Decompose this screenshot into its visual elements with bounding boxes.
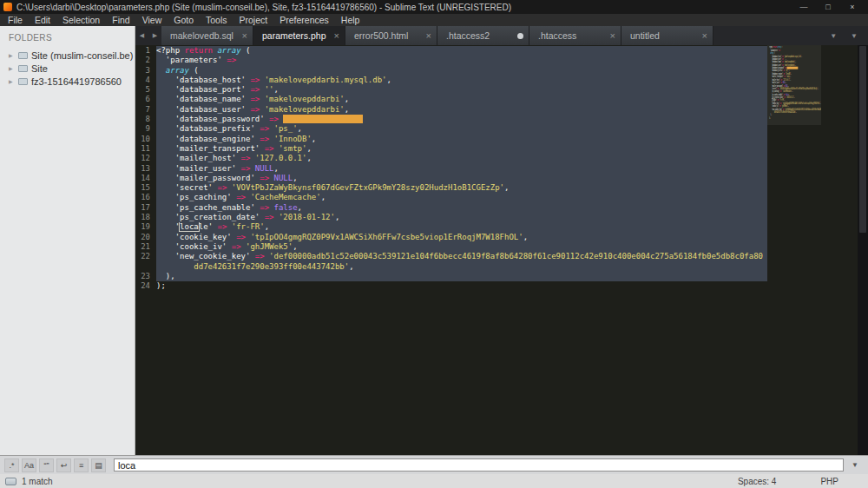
tab-.htaccess[interactable]: .htaccess× <box>529 26 621 45</box>
tab-overflow-icon[interactable]: ▼ <box>830 32 837 40</box>
code-line[interactable]: 5 'database_port' => '', <box>135 85 767 95</box>
line-number: 6 <box>135 95 156 104</box>
line-text: ); <box>156 281 767 291</box>
line-text: 'parameters' => <box>156 56 767 65</box>
chevron-right-icon[interactable]: ▶ <box>9 78 15 84</box>
tab-scroll-right-icon[interactable]: ▶ <box>148 26 161 45</box>
highlight-matches-toggle[interactable]: ▤ <box>91 458 106 472</box>
code-line[interactable]: 9 'database_prefix' => 'ps_', <box>135 124 767 134</box>
code-line[interactable]: 18 'ps_creation_date' => '2018-01-12', <box>135 213 767 222</box>
line-number: 17 <box>135 203 156 213</box>
code-line[interactable]: 10 'database_engine' => 'InnoDB', <box>135 135 767 144</box>
line-text: 'database_user' => 'makelovepddarbi', <box>156 105 767 115</box>
code-line[interactable]: 4 'database_host' => 'makelovepddarbi.my… <box>135 76 767 85</box>
line-text: dd7e42631f7e290e393ff00e443742bb', <box>156 262 767 272</box>
line-number: 1 <box>135 46 156 56</box>
menu-item-help[interactable]: Help <box>335 14 366 26</box>
tab-close-icon[interactable]: × <box>610 31 615 40</box>
menu-item-project[interactable]: Project <box>233 14 274 26</box>
code-line[interactable]: 1<?php return array ( <box>135 46 767 56</box>
code-line[interactable]: 12 'mailer_host' => '127.0.0.1', <box>135 154 767 163</box>
minimap[interactable]: <?php return array ( 'parameters' => arr… <box>767 45 821 455</box>
code-line[interactable]: 13 'mailer_user' => NULL, <box>135 164 767 174</box>
line-number: 8 <box>135 115 156 124</box>
line-text: 'secret' => 'VOVtPbJZaWyBkynsf067dGevFZt… <box>156 183 767 193</box>
minimize-button[interactable]: — <box>792 0 816 14</box>
code-line[interactable]: 14 'mailer_password' => NULL, <box>135 174 767 183</box>
line-number: 9 <box>135 124 156 134</box>
line-text: 'ps_caching' => 'CacheMemcache', <box>156 193 767 202</box>
regex-toggle[interactable]: .* <box>4 458 19 472</box>
whole-word-toggle[interactable]: “” <box>39 458 54 472</box>
line-text: 'mailer_transport' => 'smtp', <box>156 144 767 154</box>
tab-label: untitled <box>630 30 699 41</box>
code-line[interactable]: dd7e42631f7e290e393ff00e443742bb', <box>135 262 767 272</box>
case-sensitive-toggle[interactable]: Aa <box>22 458 36 472</box>
code-line[interactable]: 24); <box>135 281 767 291</box>
sidebar-folder-item[interactable]: ▶Site (muslim-conseil.be) <box>0 49 135 62</box>
menu-item-edit[interactable]: Edit <box>29 14 56 26</box>
tab-close-icon[interactable]: × <box>242 31 247 40</box>
code-line[interactable]: 16 'ps_caching' => 'CacheMemcache', <box>135 193 767 202</box>
menu-item-preferences[interactable]: Preferences <box>273 14 335 26</box>
line-text: array ( <box>156 66 767 76</box>
code-line[interactable]: 6 'database_name' => 'makelovepddarbi', <box>135 95 767 104</box>
code-line[interactable]: 21 'cookie_iv' => 'ghJMWek5', <box>135 242 767 252</box>
chevron-right-icon[interactable]: ▶ <box>9 65 15 71</box>
tab-scroll-left-icon[interactable]: ◀ <box>135 26 148 45</box>
minimap-line: ); <box>769 116 776 119</box>
sidebar-folder-item[interactable]: ▶Site <box>0 62 135 75</box>
wrap-toggle[interactable]: ↩ <box>56 458 71 472</box>
line-number: 12 <box>135 154 156 163</box>
tab-parameters.php[interactable]: parameters.php× <box>253 26 345 45</box>
menu-item-tools[interactable]: Tools <box>200 14 233 26</box>
menu-item-file[interactable]: File <box>2 14 29 26</box>
find-input[interactable] <box>114 458 844 472</box>
chevron-right-icon[interactable]: ▶ <box>9 52 15 58</box>
code-line[interactable]: 20 'cookie_key' => 'tpIpOO4gmgRQZ0P9Vx1A… <box>135 233 767 242</box>
tab-close-icon[interactable]: × <box>702 31 707 40</box>
code-lines[interactable]: 1<?php return array (2 'parameters' => 3… <box>135 45 767 455</box>
tab-menu-icon[interactable]: ▼ <box>851 32 858 40</box>
code-line[interactable]: 15 'secret' => 'VOVtPbJZaWyBkynsf067dGev… <box>135 183 767 193</box>
tab-strip: makelovedb.sql×parameters.php×error500.h… <box>161 26 713 45</box>
tab-makelovedb.sql[interactable]: makelovedb.sql× <box>161 26 253 45</box>
match-count: 1 match <box>22 477 733 486</box>
code-line[interactable]: 22 'new_cookie_key' => 'def00000adb51c52… <box>135 252 767 261</box>
tab-error500.html[interactable]: error500.html× <box>345 26 437 45</box>
code-line[interactable]: 2 'parameters' => <box>135 56 767 65</box>
indentation-status[interactable]: Spaces: 4 <box>738 477 776 486</box>
menu-item-goto[interactable]: Goto <box>168 14 200 26</box>
code-line[interactable]: 11 'mailer_transport' => 'smtp', <box>135 144 767 154</box>
code-line[interactable]: 17 'ps_cache_enable' => false, <box>135 203 767 213</box>
close-button[interactable]: × <box>840 0 865 14</box>
tab-.htaccess2[interactable]: .htaccess2 <box>437 26 529 45</box>
menu-item-selection[interactable]: Selection <box>56 14 106 26</box>
code-line[interactable]: 3 array ( <box>135 66 767 76</box>
syntax-status[interactable]: PHP <box>820 477 838 486</box>
in-selection-toggle[interactable]: ≡ <box>74 458 89 472</box>
window-controls: —□× <box>792 0 865 14</box>
line-number: 14 <box>135 174 156 183</box>
tab-untitled[interactable]: untitled× <box>621 26 713 45</box>
code-line[interactable]: 7 'database_user' => 'makelovepddarbi', <box>135 105 767 115</box>
tab-close-icon[interactable]: × <box>334 31 339 40</box>
sidebar-folder-item[interactable]: ▶fz3-15164419786560 <box>0 75 135 88</box>
folder-icon <box>18 52 28 59</box>
tab-close-icon[interactable]: × <box>426 31 431 40</box>
tab-label: error500.html <box>354 30 423 41</box>
code-line[interactable]: 19 'locale' => 'fr-FR', <box>135 222 767 232</box>
find-bar: .*Aa“”↩≡▤ ▼ <box>0 455 868 474</box>
vertical-scrollbar[interactable] <box>858 45 868 455</box>
menu-item-view[interactable]: View <box>136 14 168 26</box>
sublime-window: C:\Users\darbi\Desktop\parameters.php (S… <box>0 0 868 488</box>
menu-item-find[interactable]: Find <box>106 14 135 26</box>
panel-toggle-icon[interactable] <box>5 478 16 485</box>
scrollbar-thumb[interactable] <box>859 46 866 233</box>
find-history-dropdown-icon[interactable]: ▼ <box>852 461 864 469</box>
maximize-button[interactable]: □ <box>816 0 840 14</box>
code-line[interactable]: 8 'database_password' => <box>135 115 767 124</box>
folder-label: Site (muslim-conseil.be) <box>31 50 133 61</box>
dirty-indicator <box>517 33 523 39</box>
code-line[interactable]: 23 ), <box>135 272 767 281</box>
